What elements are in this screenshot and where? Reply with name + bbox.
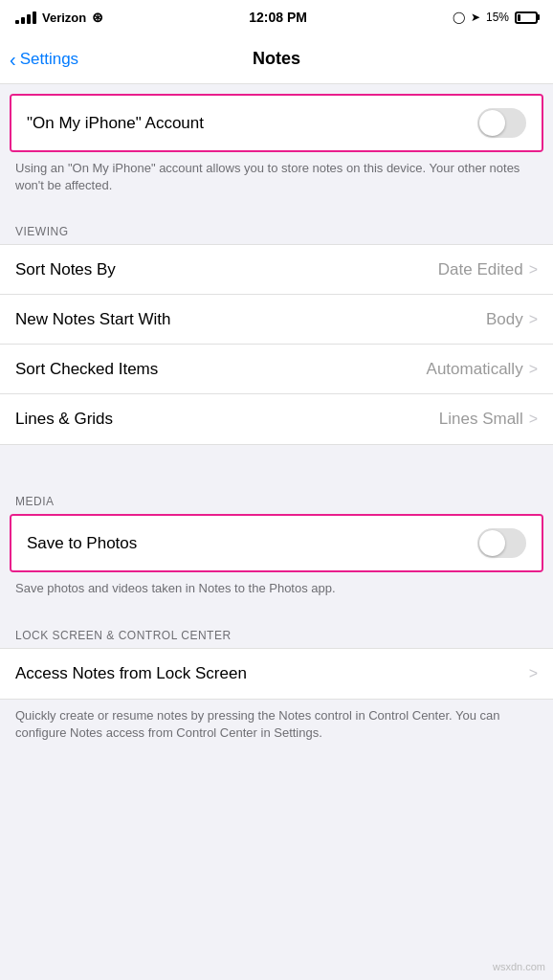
sort-checked-label: Sort Checked Items xyxy=(15,360,158,379)
page-title: Notes xyxy=(253,49,300,69)
viewing-group: Sort Notes By Date Edited > New Notes St… xyxy=(0,244,553,445)
signal-bar-4 xyxy=(33,11,36,24)
sort-notes-right: Date Edited > xyxy=(438,260,538,279)
new-notes-label: New Notes Start With xyxy=(15,310,171,329)
navigation-icon: ➤ xyxy=(471,11,480,24)
back-chevron-icon: ‹ xyxy=(10,50,16,69)
save-to-photos-label: Save to Photos xyxy=(27,534,137,553)
battery-icon xyxy=(515,11,538,24)
content: "On My iPhone" Account Using an "On My i… xyxy=(0,84,553,757)
new-notes-value: Body xyxy=(486,310,523,329)
lines-grids-chevron-icon: > xyxy=(529,411,538,428)
sort-checked-right: Automatically > xyxy=(427,360,538,379)
signal-bars xyxy=(15,11,36,24)
access-notes-label: Access Notes from Lock Screen xyxy=(15,664,247,683)
sort-checked-row[interactable]: Sort Checked Items Automatically > xyxy=(0,345,553,394)
sort-notes-label: Sort Notes By xyxy=(15,260,116,279)
new-notes-chevron-icon: > xyxy=(529,311,538,328)
save-to-photos-toggle[interactable] xyxy=(477,528,526,558)
signal-bar-3 xyxy=(27,14,31,24)
sort-notes-row[interactable]: Sort Notes By Date Edited > xyxy=(0,245,553,295)
sort-checked-value: Automatically xyxy=(427,360,523,379)
lock-screen-section-header: LOCK SCREEN & CONTROL CENTER xyxy=(0,613,553,648)
status-left: Verizon ⊛ xyxy=(15,10,103,25)
carrier-label: Verizon xyxy=(42,11,86,25)
lock-screen-footer: Quickly create or resume notes by pressi… xyxy=(0,700,553,757)
status-right: ◯ ➤ 15% xyxy=(453,11,538,24)
back-button[interactable]: ‹ Settings xyxy=(10,50,78,69)
sort-notes-value: Date Edited xyxy=(438,260,523,279)
access-notes-chevron-icon: > xyxy=(529,665,538,682)
sort-notes-chevron-icon: > xyxy=(529,261,538,278)
wifi-icon: ⊛ xyxy=(92,10,103,25)
toggle-thumb xyxy=(479,110,505,136)
save-to-photos-toggle-thumb xyxy=(479,530,505,556)
battery-percent: 15% xyxy=(486,11,509,24)
on-my-iphone-footer: Using an "On My iPhone" account allows y… xyxy=(0,152,553,210)
save-to-photos-group: Save to Photos xyxy=(10,514,543,572)
lines-grids-value: Lines Small xyxy=(439,410,523,429)
status-bar: Verizon ⊛ 12:08 PM ◯ ➤ 15% xyxy=(0,0,553,34)
battery-container xyxy=(515,11,538,24)
viewing-section-header: VIEWING xyxy=(0,210,553,244)
nav-bar: ‹ Settings Notes xyxy=(0,34,553,84)
lines-grids-right: Lines Small > xyxy=(439,410,538,429)
on-my-iphone-label: "On My iPhone" Account xyxy=(27,114,204,133)
signal-bar-2 xyxy=(21,17,25,24)
on-my-iphone-toggle[interactable] xyxy=(477,108,526,138)
status-time: 12:08 PM xyxy=(249,10,307,25)
save-to-photos-footer: Save photos and videos taken in Notes to… xyxy=(0,572,553,612)
on-my-iphone-group: "On My iPhone" Account xyxy=(10,94,543,152)
save-to-photos-row[interactable]: Save to Photos xyxy=(11,516,542,570)
access-notes-row[interactable]: Access Notes from Lock Screen > xyxy=(0,649,553,699)
new-notes-row[interactable]: New Notes Start With Body > xyxy=(0,295,553,345)
access-notes-right: > xyxy=(529,665,538,682)
lock-screen-group: Access Notes from Lock Screen > xyxy=(0,648,553,700)
location-icon: ◯ xyxy=(453,11,465,24)
battery-fill xyxy=(518,14,520,21)
watermark: wsxdn.com xyxy=(493,961,545,972)
signal-bar-1 xyxy=(15,20,19,24)
new-notes-right: Body > xyxy=(486,310,538,329)
on-my-iphone-row[interactable]: "On My iPhone" Account xyxy=(11,96,542,150)
media-section-header: MEDIA xyxy=(0,479,553,514)
lines-grids-row[interactable]: Lines & Grids Lines Small > xyxy=(0,394,553,444)
back-label: Settings xyxy=(20,50,78,69)
lines-grids-label: Lines & Grids xyxy=(15,410,113,429)
sort-checked-chevron-icon: > xyxy=(529,361,538,378)
